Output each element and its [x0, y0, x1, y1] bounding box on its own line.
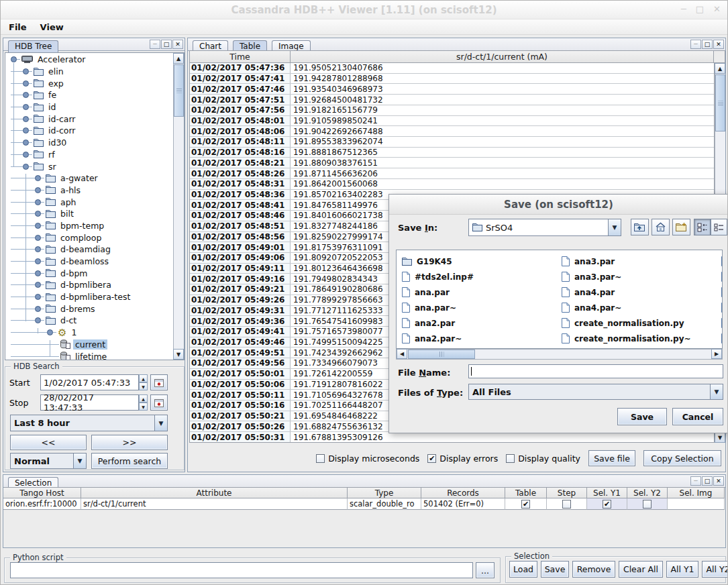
expand-handle[interactable]	[23, 81, 29, 87]
tree-row[interactable]: rf	[5, 149, 173, 161]
expand-handle[interactable]	[35, 211, 41, 217]
save-button[interactable]: Save	[617, 408, 667, 425]
selection-column-sel-y1[interactable]: Sel. Y1	[587, 487, 627, 498]
file-item[interactable]	[721, 269, 723, 284]
table-row[interactable]: 01/02/2017 05:48:01 191.9105989850241	[190, 116, 714, 127]
selection-column-type[interactable]: Type	[348, 487, 421, 498]
file-item[interactable]	[721, 284, 723, 300]
selection-column-attribute[interactable]: Attribute	[81, 487, 348, 498]
expand-handle[interactable]	[35, 187, 41, 193]
table-row[interactable]: 01/02/2017 05:47:46 191.93540346968973	[190, 84, 714, 95]
table-row[interactable]: 01/02/2017 05:50:31 191.67881395309126	[190, 432, 714, 443]
stop-spinner[interactable]: ▲▼	[139, 394, 148, 411]
up-folder-button[interactable]	[631, 219, 649, 235]
back-button[interactable]: <<	[10, 435, 87, 450]
scroll-down-icon[interactable]: ▼	[173, 349, 184, 360]
tree-row[interactable]: d-brems	[5, 303, 173, 315]
tree-item-fe[interactable]: fe	[46, 90, 58, 100]
tree-row[interactable]: elin	[5, 66, 173, 78]
tree-item-d-beamdiag[interactable]: d-beamdiag	[58, 244, 113, 254]
time-range-combo[interactable]: Last 8 hour ▼	[10, 415, 168, 431]
start-calendar-button[interactable]	[150, 374, 168, 390]
file-item[interactable]	[721, 300, 723, 315]
minimize-icon[interactable]: ─	[681, 4, 686, 14]
copy-selection-button[interactable]: Copy Selection	[643, 450, 721, 466]
tree-scrollbar-thumb[interactable]	[174, 64, 184, 117]
checkbox-icon[interactable]: ✔	[427, 454, 436, 463]
tree-row[interactable]: sr	[5, 160, 173, 172]
expand-handle[interactable]	[35, 294, 41, 300]
expand-handle[interactable]	[23, 104, 29, 110]
tree-item-d-ct[interactable]: d-ct	[58, 315, 79, 325]
expand-handle[interactable]	[23, 164, 29, 170]
file-item[interactable]: G19K45	[402, 254, 562, 269]
tree-row[interactable]: fe	[5, 89, 173, 101]
tree-item-id-corr[interactable]: id-corr	[46, 125, 78, 136]
scroll-down-icon[interactable]: ▼	[715, 432, 725, 443]
file-item[interactable]: ana.par~	[402, 300, 562, 315]
column-header-time[interactable]: Time	[190, 51, 291, 62]
expand-handle[interactable]	[35, 270, 41, 276]
checkbox-icon[interactable]	[506, 454, 515, 463]
all-y1-button[interactable]: All Y1	[666, 561, 698, 578]
expand-handle[interactable]	[35, 306, 41, 312]
tree-row[interactable]: current	[5, 339, 173, 351]
file-item[interactable]: ana.par	[402, 284, 562, 300]
frame-minimize-icon[interactable]: ─	[150, 40, 160, 49]
tree-item-bilt[interactable]: bilt	[58, 209, 76, 219]
save-file-button[interactable]: Save file	[588, 450, 635, 466]
tree-item-lifetime[interactable]: lifetime	[73, 352, 109, 360]
tree-item-d-bpm[interactable]: d-bpm	[58, 268, 90, 278]
selection-column-sel-img[interactable]: Sel. Img	[668, 487, 725, 498]
menu-file[interactable]: File	[9, 22, 27, 32]
expand-handle[interactable]	[35, 317, 41, 323]
selection-column-tango-host[interactable]: Tango Host	[3, 487, 81, 498]
frame-maximize-icon[interactable]: □	[702, 40, 713, 49]
table-row[interactable]: 01/02/2017 05:47:41 191.94287801288968	[190, 74, 714, 85]
home-button[interactable]	[652, 219, 670, 235]
tree-row[interactable]: lifetime	[5, 350, 173, 360]
expand-handle[interactable]	[23, 140, 29, 146]
tree-item-id30[interactable]: id30	[46, 138, 68, 148]
tree-item-elin[interactable]: elin	[46, 66, 66, 76]
file-name-input[interactable]	[468, 364, 723, 378]
expand-handle[interactable]	[23, 127, 29, 134]
tree-row[interactable]: d-bpmlibera-test	[5, 291, 173, 303]
save-button[interactable]: Save	[541, 561, 569, 578]
details-view-button[interactable]	[711, 219, 727, 235]
tree-item-d-bpmlibera[interactable]: d-bpmlibera	[58, 280, 113, 290]
selection-column-sel-y2[interactable]: Sel. Y2	[627, 487, 668, 498]
tree-item-current[interactable]: current	[73, 339, 107, 350]
display-microseconds-checkbox[interactable]: Display microseconds	[316, 454, 419, 464]
tree-row[interactable]: id	[5, 101, 173, 113]
expand-handle[interactable]	[47, 329, 53, 335]
tree-row[interactable]: a-hls	[5, 184, 173, 197]
file-list-scrollbar-thumb[interactable]	[408, 350, 475, 359]
cell-sel-y2-checkbox[interactable]	[627, 498, 668, 510]
file-item[interactable]	[721, 315, 723, 331]
display-errors-checkbox[interactable]: ✔ Display errors	[427, 454, 498, 464]
display-quality-checkbox[interactable]: Display quality	[506, 454, 580, 464]
scroll-up-icon[interactable]: ▲	[173, 53, 184, 64]
table-row[interactable]: 01/02/2017 05:47:51 191.92684500481732	[190, 95, 714, 105]
table-row[interactable]: 01/02/2017 05:48:11 191.89553833962074	[190, 137, 714, 148]
tree-row[interactable]: d-ct	[5, 315, 173, 327]
cancel-button[interactable]: Cancel	[672, 408, 723, 425]
scroll-up-icon[interactable]: ▲	[715, 63, 725, 74]
table-row[interactable]: 01/02/2017 05:48:16 191.8881867512365	[190, 148, 714, 158]
frame-close-icon[interactable]: ✕	[713, 40, 724, 49]
file-item[interactable]: create_normalisation.py	[562, 315, 721, 331]
tree-item-a-gwater[interactable]: a-gwater	[58, 173, 100, 183]
file-item[interactable]: ana4.par	[562, 284, 721, 300]
tree-row[interactable]: ⚙1	[5, 327, 173, 339]
files-of-type-combo[interactable]: All Files ▼	[468, 384, 723, 400]
tree-scrollbar[interactable]: ▲ ▼	[173, 53, 184, 360]
perform-search-button[interactable]: Perform search	[91, 453, 168, 469]
all-y2-button[interactable]: All Y2	[702, 561, 728, 578]
selection-column-records[interactable]: Records	[421, 487, 505, 498]
stop-calendar-button[interactable]	[150, 394, 168, 411]
table-scrollbar-thumb[interactable]	[715, 74, 725, 131]
file-item[interactable]: ana3.par~	[562, 269, 721, 284]
expand-handle[interactable]	[35, 282, 41, 288]
start-spinner[interactable]: ▲▼	[139, 374, 148, 390]
